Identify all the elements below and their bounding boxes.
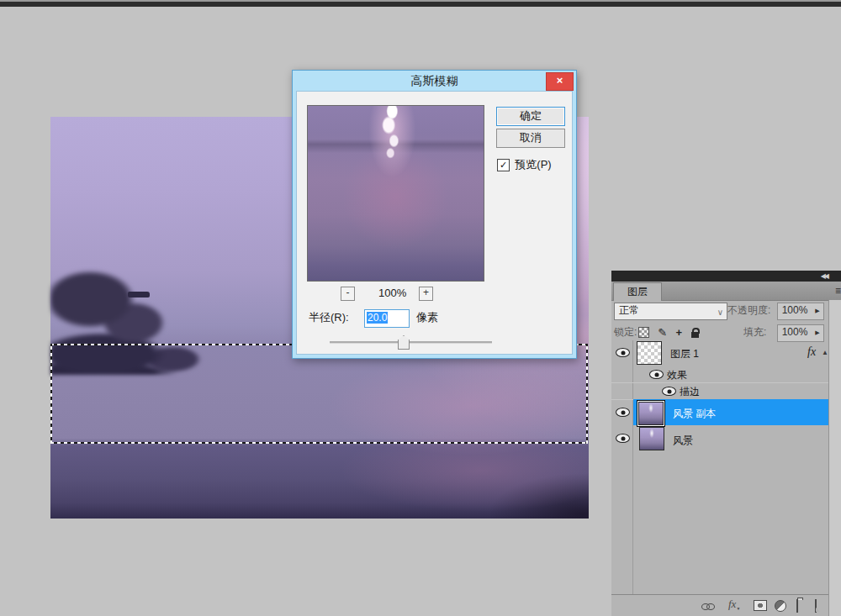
zoom-level: 100% xyxy=(378,287,406,299)
ok-button[interactable]: 确定 xyxy=(496,107,565,126)
opacity-spinner[interactable]: ▶ xyxy=(812,303,824,320)
boat-silhouette xyxy=(128,292,150,297)
radius-unit-label: 像素 xyxy=(416,309,438,326)
check-icon: ✓ xyxy=(500,160,507,170)
lock-pixels-icon[interactable]: ✎ xyxy=(658,326,667,339)
panel-scrollbar[interactable] xyxy=(828,300,841,616)
layer-row-layer1[interactable]: 图层 1 fx ▲ xyxy=(611,340,828,366)
visibility-eye-icon[interactable] xyxy=(616,434,630,443)
radius-label: 半径(R): xyxy=(309,309,349,326)
add-layer-mask-icon[interactable] xyxy=(754,600,767,611)
radius-slider-thumb[interactable] xyxy=(398,335,410,350)
preview-checkbox[interactable]: ✓ xyxy=(497,159,510,171)
adjustment-layer-icon[interactable] xyxy=(775,600,786,612)
visibility-eye-icon[interactable] xyxy=(616,408,630,417)
blur-preview-image[interactable] xyxy=(307,105,484,282)
lock-transparency-icon[interactable] xyxy=(638,327,649,338)
radius-value: 20.0 xyxy=(367,312,388,324)
effects-label[interactable]: 效果 xyxy=(667,368,687,382)
tiny-arrow-icon: ▼ xyxy=(736,607,740,611)
opacity-label: 不透明度: xyxy=(727,303,770,319)
collapse-effects-icon[interactable]: ▲ xyxy=(822,349,828,356)
zoom-in-button[interactable]: + xyxy=(419,287,433,301)
lock-all-icon[interactable] xyxy=(691,332,699,338)
fx-badge[interactable]: fx xyxy=(807,345,816,359)
fill-label: 填充: xyxy=(743,324,766,340)
blend-mode-dropdown[interactable]: 正常 ∨ xyxy=(614,303,727,320)
cancel-button[interactable]: 取消 xyxy=(496,129,565,148)
layer-style-fx-icon[interactable]: fx▼ xyxy=(728,598,740,611)
chevron-down-icon: ∨ xyxy=(717,305,723,319)
blend-row: 正常 ∨ 不透明度: 100% ▶ xyxy=(611,303,828,321)
lock-position-icon[interactable]: + xyxy=(676,326,683,339)
blend-mode-value: 正常 xyxy=(619,304,639,316)
layer-name[interactable]: 风景 xyxy=(673,434,693,448)
dialog-title: 高斯模糊 xyxy=(293,71,576,91)
selection-marquee-bottom xyxy=(50,442,588,444)
preview-checkbox-row: ✓ 预览(P) xyxy=(497,157,552,172)
layer-list: 图层 1 fx ▲ 效果 描边 风景 副本 风景 xyxy=(611,340,841,594)
panel-menu-icon[interactable]: ≡ xyxy=(835,285,841,297)
close-icon: × xyxy=(557,74,563,87)
layer1-thumbnail[interactable] xyxy=(637,341,662,365)
copy-thumbnail-frame xyxy=(637,400,665,427)
layer-name[interactable]: 风景 副本 xyxy=(673,407,716,421)
radius-section: 半径(R): 20.0 像素 xyxy=(309,309,561,351)
lock-label: 锁定: xyxy=(614,324,637,340)
opacity-value[interactable]: 100% xyxy=(777,303,812,320)
radius-input[interactable]: 20.0 xyxy=(364,309,410,328)
layer-row-background[interactable]: 风景 xyxy=(611,425,828,451)
minus-icon: - xyxy=(346,287,350,298)
selection-marquee-left xyxy=(50,344,52,444)
link-layers-icon[interactable] xyxy=(701,603,715,610)
spinner-arrow-icon: ▶ xyxy=(815,308,819,313)
copy-thumbnail[interactable] xyxy=(638,402,664,425)
fill-spinner[interactable]: ▶ xyxy=(812,324,824,342)
layers-panel: ◀◀ 图层 ≡ 正常 ∨ 不透明度: 100% ▶ 锁定: ✎ + 填充: 10… xyxy=(611,271,841,616)
zoom-out-button[interactable]: - xyxy=(341,287,355,301)
preview-checkbox-label[interactable]: 预览(P) xyxy=(515,158,551,171)
plus-icon: + xyxy=(423,287,429,298)
window-top-edge xyxy=(0,0,841,8)
visibility-eye-icon[interactable] xyxy=(649,370,664,379)
panel-tab-row: 图层 ≡ xyxy=(611,282,841,301)
gaussian-blur-dialog: 高斯模糊 × - 100% + 确定 取消 ✓ 预览(P) 半径(R): 20.… xyxy=(292,70,577,359)
background-thumbnail[interactable] xyxy=(639,427,664,450)
selection-marquee-right xyxy=(586,344,588,444)
collapse-panel-icon[interactable]: ◀◀ xyxy=(821,271,828,282)
trees-silhouette xyxy=(50,245,248,375)
layer-row-stroke[interactable]: 描边 xyxy=(611,382,828,400)
spinner-arrow-icon: ▶ xyxy=(815,329,819,335)
layer-name[interactable]: 图层 1 xyxy=(670,347,699,361)
lock-icons-group: ✎ + xyxy=(638,326,699,339)
radius-slider-track[interactable] xyxy=(330,341,492,344)
selected-row-highlight[interactable]: 风景 副本 xyxy=(633,399,828,425)
stroke-label[interactable]: 描边 xyxy=(680,385,700,399)
tab-layers[interactable]: 图层 xyxy=(613,282,662,301)
dialog-body: - 100% + 确定 取消 ✓ 预览(P) 半径(R): 20.0 像素 xyxy=(296,91,573,355)
fill-value[interactable]: 100% xyxy=(777,324,812,342)
close-button[interactable]: × xyxy=(546,72,574,91)
panel-header-bar: ◀◀ xyxy=(611,271,841,282)
layer-row-effects[interactable]: 效果 xyxy=(611,366,828,383)
layers-bottom-toolbar: fx▼ xyxy=(611,594,841,616)
visibility-eye-icon[interactable] xyxy=(662,387,676,396)
new-group-icon[interactable] xyxy=(796,599,798,613)
new-layer-icon[interactable] xyxy=(815,599,817,613)
visibility-eye-icon[interactable] xyxy=(616,348,630,357)
fx-text: fx xyxy=(728,598,736,610)
